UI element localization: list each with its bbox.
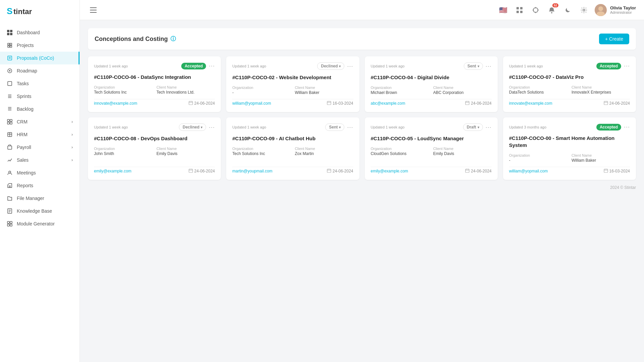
- sidebar-item-label: Payroll: [17, 145, 31, 150]
- modulegenerator-icon: [7, 221, 13, 227]
- filemanager-icon: [7, 195, 13, 201]
- client-value: Zox Martin: [295, 151, 353, 156]
- svg-rect-6: [8, 56, 12, 60]
- client-value: Emily Davis: [433, 151, 492, 156]
- sidebar-item-tasks[interactable]: Tasks: [0, 77, 80, 90]
- chevron-icon: ›: [71, 119, 73, 124]
- org-field: Organization CloudGen Solutions: [371, 147, 429, 156]
- card-options[interactable]: ···: [209, 124, 215, 131]
- card-date: 24-06-2024: [189, 101, 215, 106]
- card-email[interactable]: william@yopmail.com: [509, 169, 548, 173]
- topbar: 🇺🇸 52: [80, 0, 644, 20]
- knowledgebase-icon: [7, 208, 13, 214]
- org-field: Organization John Smith: [94, 147, 152, 156]
- card-header: Updated 1 week ago Accepted ···: [509, 62, 630, 69]
- status-badge[interactable]: Accepted: [596, 63, 621, 69]
- org-value: Tech Solutions Inc: [232, 151, 291, 156]
- card-card-5[interactable]: Updated 1 week ago Declined▾ ··· #C110P-…: [88, 117, 221, 180]
- client-field: Client Name InnovateX Enterprises: [572, 85, 630, 95]
- status-badge[interactable]: Sent▾: [464, 62, 483, 70]
- card-email[interactable]: innovate@example.com: [94, 101, 137, 106]
- card-options[interactable]: ···: [624, 62, 630, 69]
- svg-rect-52: [327, 101, 331, 105]
- card-footer: william@yopmail.com 16-03-2024: [509, 167, 630, 174]
- card-header: Updated 1 week ago Declined▾ ···: [94, 123, 215, 131]
- payroll-icon: [7, 144, 13, 150]
- card-options[interactable]: ···: [624, 123, 630, 131]
- card-header-right: Accepted ···: [596, 62, 630, 69]
- sidebar-item-knowledgebase[interactable]: Knowledge Base: [0, 205, 80, 217]
- sidebar-item-filemanager[interactable]: File Manager: [0, 192, 80, 205]
- page-header: Conceptions and Costing ⓘ + Create: [88, 28, 636, 50]
- card-card-3[interactable]: Updated 1 week ago Sent▾ ··· #C110P-COCO…: [365, 56, 498, 112]
- status-badge[interactable]: Accepted: [181, 63, 206, 69]
- card-email[interactable]: innovate@example.com: [509, 101, 552, 106]
- sidebar-item-sprints[interactable]: Sprints: [0, 90, 80, 103]
- info-icon[interactable]: ⓘ: [170, 36, 176, 43]
- card-card-1[interactable]: Updated 1 week ago Accepted ··· #C110P-C…: [88, 56, 221, 112]
- status-badge[interactable]: Declined▾: [317, 62, 344, 70]
- card-options[interactable]: ···: [486, 63, 492, 70]
- user-profile[interactable]: Olivia Taylor Administrator: [595, 4, 636, 16]
- card-email[interactable]: emily@example.com: [94, 169, 132, 173]
- org-value: Michael Brown: [371, 90, 429, 95]
- card-updated: Updated 1 week ago: [371, 125, 405, 129]
- flag-icon[interactable]: 🇺🇸: [498, 5, 509, 15]
- sidebar-item-dashboard[interactable]: Dashboard: [0, 26, 80, 39]
- sidebar-item-proposals[interactable]: Proposals (CoCo): [0, 52, 80, 64]
- card-fields: Organization - Client Name William Baker: [232, 86, 353, 95]
- card-header-right: Sent▾ ···: [464, 62, 492, 70]
- notification-bell[interactable]: 52: [546, 5, 557, 15]
- sidebar-item-projects[interactable]: Projects: [0, 39, 80, 52]
- client-label: Client Name: [572, 153, 630, 157]
- card-updated: Updated 1 week ago: [94, 125, 128, 129]
- card-email[interactable]: emily@example.com: [371, 169, 408, 173]
- card-options[interactable]: ···: [347, 124, 353, 131]
- sidebar-item-meetings[interactable]: Meetings: [0, 166, 80, 179]
- card-footer: emily@example.com 24-06-2024: [94, 167, 215, 174]
- create-button[interactable]: + Create: [599, 34, 629, 44]
- sidebar-item-roadmap[interactable]: Roadmap: [0, 64, 80, 77]
- status-badge[interactable]: Accepted: [596, 124, 621, 131]
- card-options[interactable]: ···: [347, 63, 353, 70]
- svg-rect-29: [7, 224, 9, 226]
- user-role: Administrator: [610, 10, 636, 14]
- card-email[interactable]: abc@example.com: [371, 101, 405, 106]
- hamburger-icon[interactable]: [88, 5, 99, 15]
- settings-icon[interactable]: [579, 5, 589, 15]
- sidebar-item-label: Module Generator: [17, 221, 55, 226]
- card-card-6[interactable]: Updated 1 week ago Sent▾ ··· #C110P-COCO…: [226, 117, 359, 180]
- sidebar-item-hrm[interactable]: HRM ›: [0, 128, 80, 141]
- card-email[interactable]: martin@youpmail.com: [232, 169, 273, 173]
- card-card-8[interactable]: Updated 3 months ago Accepted ··· #C110P…: [503, 117, 636, 180]
- sidebar-item-modulegenerator[interactable]: Module Generator: [0, 217, 80, 230]
- svg-rect-28: [10, 221, 12, 223]
- sidebar-item-crm[interactable]: CRM ›: [0, 115, 80, 128]
- sidebar-item-label: Reports: [17, 183, 33, 188]
- card-title: #C110P-COCO-02 - Website Development: [232, 74, 353, 81]
- card-header: Updated 1 week ago Draft▾ ···: [371, 123, 492, 131]
- crm-icon: [7, 119, 13, 125]
- status-badge[interactable]: Draft▾: [463, 123, 483, 131]
- client-field: Client Name Emily Davis: [433, 147, 492, 156]
- card-card-7[interactable]: Updated 1 week ago Draft▾ ··· #C110P-COC…: [365, 117, 498, 180]
- card-options[interactable]: ···: [486, 124, 492, 131]
- sidebar-item-payroll[interactable]: Payroll ›: [0, 141, 80, 154]
- dark-mode-icon[interactable]: [562, 5, 573, 15]
- status-badge[interactable]: Declined▾: [179, 123, 206, 131]
- crosshair-icon[interactable]: [530, 5, 541, 15]
- card-footer: innovate@example.com 24-06-2024: [509, 99, 630, 106]
- card-card-2[interactable]: Updated 1 week ago Declined▾ ··· #C110P-…: [226, 56, 359, 112]
- sidebar-item-sales[interactable]: Sales ›: [0, 154, 80, 166]
- apps-icon[interactable]: [514, 5, 525, 15]
- card-card-4[interactable]: Updated 1 week ago Accepted ··· #C110P-C…: [503, 56, 636, 112]
- sidebar-item-reports[interactable]: Reports: [0, 179, 80, 192]
- card-email[interactable]: william@yopmail.com: [232, 101, 271, 106]
- card-header: Updated 1 week ago Sent▾ ···: [371, 62, 492, 70]
- svg-rect-34: [516, 7, 519, 9]
- svg-rect-72: [465, 169, 469, 172]
- sidebar-item-backlog[interactable]: Backlog: [0, 103, 80, 115]
- card-options[interactable]: ···: [209, 62, 215, 69]
- status-badge[interactable]: Sent▾: [325, 123, 344, 131]
- page-footer: 2024 © Stintar: [88, 180, 636, 191]
